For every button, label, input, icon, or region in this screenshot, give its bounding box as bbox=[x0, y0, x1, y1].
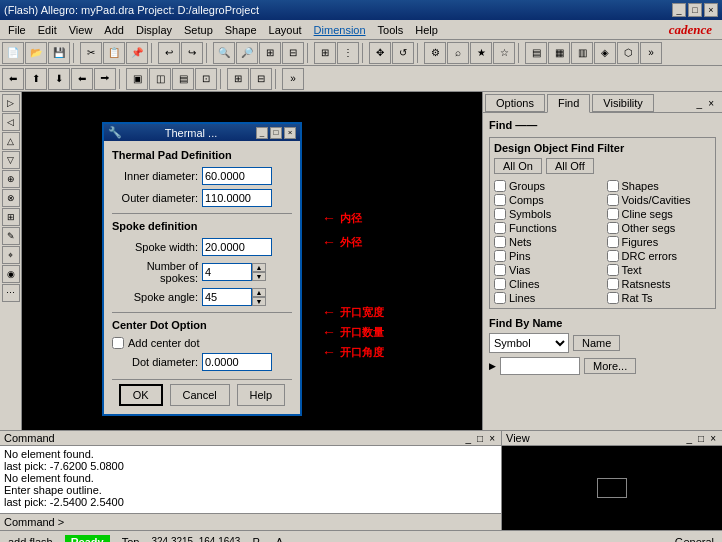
help-button[interactable]: Help bbox=[237, 384, 286, 406]
panel-float-icon[interactable]: _ bbox=[695, 98, 705, 109]
left-btn3[interactable]: △ bbox=[2, 132, 20, 150]
outer-diameter-input[interactable] bbox=[202, 189, 272, 207]
filter-drc-cb[interactable] bbox=[607, 250, 619, 262]
filter-shapes-cb[interactable] bbox=[607, 180, 619, 192]
filter-othersegs-cb[interactable] bbox=[607, 222, 619, 234]
more3-btn[interactable]: ▥ bbox=[571, 42, 593, 64]
t2-overflow[interactable]: » bbox=[282, 68, 304, 90]
filter-vias-cb[interactable] bbox=[494, 264, 506, 276]
left-btn2[interactable]: ◁ bbox=[2, 113, 20, 131]
spoke-angle-down[interactable]: ▼ bbox=[252, 297, 266, 306]
num-spokes-up[interactable]: ▲ bbox=[252, 263, 266, 272]
t2-btn3[interactable]: ⬇ bbox=[48, 68, 70, 90]
filter-voids-cb[interactable] bbox=[607, 194, 619, 206]
t2-btn4[interactable]: ⬅ bbox=[71, 68, 93, 90]
tab-visibility[interactable]: Visibility bbox=[592, 94, 654, 112]
open-btn[interactable]: 📂 bbox=[25, 42, 47, 64]
filter-text-cb[interactable] bbox=[607, 264, 619, 276]
filter-functions-cb[interactable] bbox=[494, 222, 506, 234]
t2-btn8[interactable]: ▤ bbox=[172, 68, 194, 90]
menu-layout[interactable]: Layout bbox=[263, 22, 308, 38]
t2-btn2[interactable]: ⬆ bbox=[25, 68, 47, 90]
restore-btn[interactable]: □ bbox=[688, 3, 702, 17]
filter-symbols-cb[interactable] bbox=[494, 208, 506, 220]
menu-edit[interactable]: Edit bbox=[32, 22, 63, 38]
more2-btn[interactable]: ▦ bbox=[548, 42, 570, 64]
num-spokes-input[interactable] bbox=[202, 263, 252, 281]
view-content[interactable] bbox=[502, 446, 722, 530]
more4-btn[interactable]: ◈ bbox=[594, 42, 616, 64]
menu-view[interactable]: View bbox=[63, 22, 99, 38]
more5-btn[interactable]: ⬡ bbox=[617, 42, 639, 64]
menu-shape[interactable]: Shape bbox=[219, 22, 263, 38]
command-float-icon[interactable]: _ bbox=[464, 433, 474, 444]
find-symbol-select[interactable]: Symbol bbox=[489, 333, 569, 353]
left-btn10[interactable]: ◉ bbox=[2, 265, 20, 283]
t2-btn7[interactable]: ◫ bbox=[149, 68, 171, 90]
menu-setup[interactable]: Setup bbox=[178, 22, 219, 38]
spoke-angle-input[interactable] bbox=[202, 288, 252, 306]
all-on-btn[interactable]: All On bbox=[494, 158, 542, 174]
find-btn[interactable]: ⌕ bbox=[447, 42, 469, 64]
copy-btn[interactable]: 📋 bbox=[103, 42, 125, 64]
pan-btn[interactable]: ✥ bbox=[369, 42, 391, 64]
t2-btn9[interactable]: ⊡ bbox=[195, 68, 217, 90]
grid-btn[interactable]: ⊞ bbox=[314, 42, 336, 64]
left-btn9[interactable]: ⌖ bbox=[2, 246, 20, 264]
spoke-angle-up[interactable]: ▲ bbox=[252, 288, 266, 297]
paste-btn[interactable]: 📌 bbox=[126, 42, 148, 64]
overflow-btn[interactable]: » bbox=[640, 42, 662, 64]
filter-figures-cb[interactable] bbox=[607, 236, 619, 248]
find-name-input[interactable] bbox=[500, 357, 580, 375]
menu-add[interactable]: Add bbox=[98, 22, 130, 38]
all-off-btn[interactable]: All Off bbox=[546, 158, 594, 174]
new-btn[interactable]: 📄 bbox=[2, 42, 24, 64]
filter-ratsnests-cb[interactable] bbox=[607, 278, 619, 290]
left-btn6[interactable]: ⊗ bbox=[2, 189, 20, 207]
dehilite-btn[interactable]: ☆ bbox=[493, 42, 515, 64]
menu-tools[interactable]: Tools bbox=[372, 22, 410, 38]
refresh-btn[interactable]: ↺ bbox=[392, 42, 414, 64]
left-btn8[interactable]: ✎ bbox=[2, 227, 20, 245]
filter-ratts-cb[interactable] bbox=[607, 292, 619, 304]
minimize-btn[interactable]: _ bbox=[672, 3, 686, 17]
zoom-out-btn[interactable]: 🔎 bbox=[236, 42, 258, 64]
inner-diameter-input[interactable] bbox=[202, 167, 272, 185]
filter-groups-cb[interactable] bbox=[494, 180, 506, 192]
filter-lines-cb[interactable] bbox=[494, 292, 506, 304]
dot-diameter-input[interactable] bbox=[202, 353, 272, 371]
t2-btn5[interactable]: ⮕ bbox=[94, 68, 116, 90]
filter-comps-cb[interactable] bbox=[494, 194, 506, 206]
dialog-minimize[interactable]: _ bbox=[256, 127, 268, 139]
t2-btn11[interactable]: ⊟ bbox=[250, 68, 272, 90]
add-center-dot-checkbox[interactable] bbox=[112, 337, 124, 349]
prop-btn[interactable]: ⚙ bbox=[424, 42, 446, 64]
left-btn5[interactable]: ⊕ bbox=[2, 170, 20, 188]
filter-pins-cb[interactable] bbox=[494, 250, 506, 262]
left-btn11[interactable]: ⋯ bbox=[2, 284, 20, 302]
cut-btn[interactable]: ✂ bbox=[80, 42, 102, 64]
cancel-button[interactable]: Cancel bbox=[170, 384, 230, 406]
num-spokes-down[interactable]: ▼ bbox=[252, 272, 266, 281]
filter-nets-cb[interactable] bbox=[494, 236, 506, 248]
filter-clinesegs-cb[interactable] bbox=[607, 208, 619, 220]
spoke-width-input[interactable] bbox=[202, 238, 272, 256]
command-max-icon[interactable]: □ bbox=[475, 433, 485, 444]
zoom-in-btn[interactable]: 🔍 bbox=[213, 42, 235, 64]
menu-dimension[interactable]: Dimension bbox=[308, 22, 372, 38]
filter-clines-cb[interactable] bbox=[494, 278, 506, 290]
left-btn1[interactable]: ▷ bbox=[2, 94, 20, 112]
snap-btn[interactable]: ⋮ bbox=[337, 42, 359, 64]
save-btn[interactable]: 💾 bbox=[48, 42, 70, 64]
menu-file[interactable]: File bbox=[2, 22, 32, 38]
ok-button[interactable]: OK bbox=[119, 384, 163, 406]
dialog-restore[interactable]: □ bbox=[270, 127, 282, 139]
t2-btn10[interactable]: ⊞ bbox=[227, 68, 249, 90]
t2-btn1[interactable]: ⬅ bbox=[2, 68, 24, 90]
zoom-sel-btn[interactable]: ⊟ bbox=[282, 42, 304, 64]
find-name-btn[interactable]: Name bbox=[573, 335, 620, 351]
left-btn7[interactable]: ⊞ bbox=[2, 208, 20, 226]
canvas-area[interactable]: 🔧 Thermal ... _ □ × Thermal Pad Definiti… bbox=[22, 92, 482, 430]
command-close-icon[interactable]: × bbox=[487, 433, 497, 444]
view-max-icon[interactable]: □ bbox=[696, 433, 706, 444]
